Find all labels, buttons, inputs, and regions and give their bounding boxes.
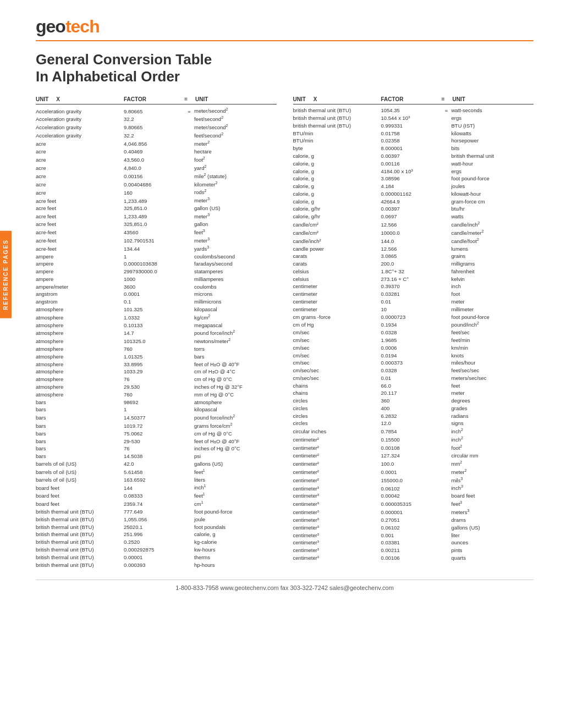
factor-cell: 1 [124, 406, 184, 413]
result-cell: pound force/inch2 [194, 329, 277, 337]
unit-cell: centimeter [293, 298, 381, 306]
unit-cell: board feet [36, 484, 124, 492]
unit-cell: barrels of oil (US) [36, 468, 124, 476]
unit-cell: centimeter³ [293, 492, 381, 500]
factor-cell: 25020.1 [124, 523, 184, 531]
result-cell: gallon [194, 220, 277, 228]
factor-cell: 98692 [124, 399, 184, 406]
table-row: centimeter³0.27051drams [293, 516, 534, 524]
result-cell: meter/second2 [194, 107, 277, 115]
result-cell: BTU (IST) [452, 122, 534, 130]
unit-cell: atmosphere [36, 322, 124, 329]
table-row: centimeter²0.00108foot2 [293, 444, 534, 452]
result-cell: milligrams [452, 260, 534, 268]
factor-cell: 0.00397 [381, 205, 442, 213]
factor-cell: 1.9685 [381, 337, 442, 344]
table-row: calorie, g42664.9gram-force cm [293, 198, 534, 206]
table-row: candle power12.566lumens [293, 245, 534, 253]
unit-cell: acre [36, 173, 124, 180]
table-row: centimeter0.39370inch [293, 283, 534, 290]
factor-cell: 0.03381 [381, 539, 442, 547]
result-cell: hp-hours [194, 561, 277, 569]
unit-cell: chains [293, 389, 381, 397]
factor-cell: 20.117 [381, 389, 442, 397]
side-label: REFERENCE PAGES [0, 231, 12, 318]
unit-cell: barrels of oil (US) [36, 476, 124, 484]
result-cell: feet1 [194, 492, 277, 500]
table-row: board feet2359.74cm1 [36, 500, 277, 508]
result-cell: cm of Hg @ 0°C [194, 376, 277, 383]
result-cell: joules [452, 183, 534, 190]
result-cell: mils3 [452, 476, 534, 484]
table-row: british thermal unit (BTU)0.00001therms [36, 554, 277, 561]
factor-cell: 273.16 + C° [381, 275, 442, 283]
table-row: bars14.50377pound force/inch2 [36, 413, 277, 422]
unit-cell: celsius [293, 275, 381, 283]
result-cell: microns [194, 290, 277, 298]
factor-cell: 325,851.0 [124, 205, 184, 212]
right-data-col: british thermal unit (BTU)1054.35=watt-s… [293, 107, 534, 569]
result-cell: gram-force cm [452, 198, 534, 206]
unit-cell: acre-feet [36, 245, 124, 253]
left-unit-header: UNIT x [36, 96, 124, 104]
factor-cell: 144.0 [381, 238, 442, 245]
result-cell: psi [194, 453, 277, 460]
factor-cell: 200.0 [381, 260, 442, 268]
factor-cell: 1000 [124, 275, 184, 283]
table-row: acre43,560.0foot2 [36, 156, 277, 164]
factor-cell: 33.8995 [124, 361, 184, 368]
result-cell: pound/inch2 [452, 321, 534, 329]
result-cell: yard2 [194, 164, 277, 172]
unit-cell: bars [36, 445, 124, 453]
table-row: centimeter²0.0001meter2 [293, 468, 534, 476]
result-cell: gallon (US) [194, 205, 277, 212]
table-row: acre-feet43560feet3 [36, 228, 277, 236]
left-factor-header: FACTOR [124, 96, 184, 104]
result-cell: liter [452, 532, 534, 539]
table-row: acre0.00404686kilometer2 [36, 180, 277, 189]
unit-cell: cm/sec [293, 359, 381, 367]
factor-cell: 14.50377 [124, 414, 184, 422]
table-row: british thermal unit (BTU)0.000292875kw-… [36, 546, 277, 554]
result-cell: km/min [452, 344, 534, 352]
table-row: british thermal unit (BTU)1054.35=watt-s… [293, 107, 534, 114]
result-cell: cm1 [194, 500, 277, 508]
result-cell: faradays/second [194, 260, 277, 268]
factor-cell: 777.649 [124, 508, 184, 516]
right-eq-header: = [442, 96, 453, 104]
unit-cell: cm/sec/sec [293, 367, 381, 374]
factor-cell: 0.00211 [381, 547, 442, 554]
unit-cell: centimeter³ [293, 547, 381, 554]
factor-cell: 0.000393 [124, 561, 184, 569]
unit-cell: circles [293, 397, 381, 405]
unit-cell: centimeter² [293, 460, 381, 468]
unit-cell: bars [36, 438, 124, 445]
result-cell: foot2 [452, 444, 534, 452]
table-row: candle/cm²10000.0candle/meter2 [293, 229, 534, 237]
unit-cell: cm/sec/sec [293, 374, 381, 382]
unit-cell: british thermal unit (BTU) [36, 561, 124, 569]
factor-cell: 43,560.0 [124, 156, 184, 164]
table-row: board feet0.08333feet1 [36, 492, 277, 500]
table-row: centimeter²127.324circular mm [293, 452, 534, 460]
unit-cell: candle/cm² [293, 221, 381, 229]
factor-cell: 0.0328 [381, 367, 442, 374]
table-row: board feet144inch1 [36, 483, 277, 492]
table-row: circles12.0signs [293, 420, 534, 427]
unit-cell: byte [293, 145, 381, 152]
unit-cell: bars [36, 414, 124, 422]
table-row: bars98692atmosphere [36, 399, 277, 406]
factor-cell: 0.999331 [381, 122, 442, 130]
table-row: Acceleration gravity32.2feet/second2 [36, 131, 277, 140]
table-row: atmosphere760mm of Hg @ 0°C [36, 391, 277, 399]
factor-cell: 0.1 [124, 298, 184, 306]
equals-cell: = [442, 107, 452, 114]
result-cell: mm of Hg @ 0°C [194, 391, 277, 399]
result-cell: foot pound-force [452, 175, 534, 183]
result-cell: grams force/cm2 [194, 422, 277, 430]
factor-cell: 1,233.489 [124, 213, 184, 220]
unit-cell: calorie, g/hr [293, 205, 381, 213]
factor-cell: 14.7 [124, 329, 184, 337]
factor-cell: 4,046.856 [124, 140, 184, 148]
factor-cell: 0.03281 [381, 290, 442, 298]
